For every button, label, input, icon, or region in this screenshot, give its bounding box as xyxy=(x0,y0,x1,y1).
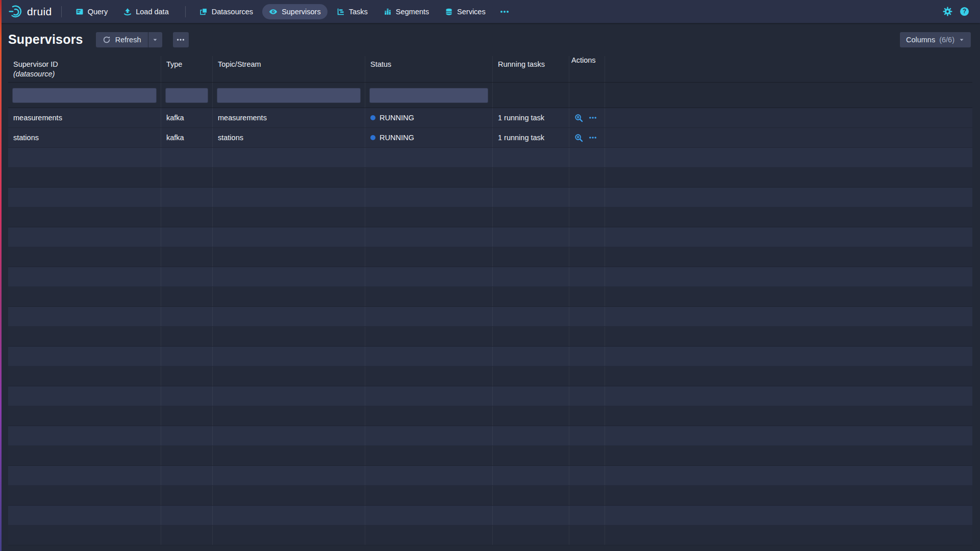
empty-cell xyxy=(493,327,569,346)
columns-count: (6/6) xyxy=(939,36,954,44)
column-header-type[interactable]: Type xyxy=(161,56,213,82)
empty-cell xyxy=(569,207,605,227)
empty-cell xyxy=(365,247,493,267)
empty-cell xyxy=(213,347,365,366)
empty-table-row xyxy=(8,347,972,366)
empty-cell xyxy=(493,247,569,267)
empty-cell xyxy=(493,466,569,485)
column-header-running-tasks[interactable]: Running tasks xyxy=(493,56,569,82)
more-icon xyxy=(589,114,597,122)
empty-cell xyxy=(161,327,213,346)
columns-button[interactable]: Columns (6/6) xyxy=(900,32,971,47)
empty-cell xyxy=(213,207,365,227)
row-more-actions-button[interactable] xyxy=(586,111,600,125)
empty-cell xyxy=(569,247,605,267)
empty-cell xyxy=(365,347,493,366)
column-header-filler xyxy=(605,56,972,82)
nav-item-query[interactable]: Query xyxy=(69,4,115,19)
empty-cell xyxy=(8,148,161,167)
empty-table-row xyxy=(8,287,972,307)
empty-table-row xyxy=(8,168,972,188)
empty-table-row xyxy=(8,386,972,406)
empty-cell xyxy=(161,386,213,406)
nav-item-segments[interactable]: Segments xyxy=(377,4,436,19)
empty-cell xyxy=(161,287,213,306)
empty-cell xyxy=(569,446,605,465)
refresh-button-group: Refresh xyxy=(96,32,162,47)
chevron-down-icon xyxy=(959,37,965,43)
supervisor-id-filter-input[interactable] xyxy=(12,88,157,103)
help-button[interactable]: ? xyxy=(960,7,969,16)
empty-cell xyxy=(569,506,605,525)
column-header-status[interactable]: Status xyxy=(365,56,493,82)
empty-cell xyxy=(8,406,161,426)
running-tasks-cell: 1 running task xyxy=(493,128,569,147)
empty-cell xyxy=(161,227,213,247)
empty-cell xyxy=(365,526,493,545)
view-details-button[interactable] xyxy=(571,111,586,125)
nav-item-supervisors[interactable]: Supervisors xyxy=(262,4,328,19)
header-more-button[interactable] xyxy=(173,32,189,47)
empty-cell xyxy=(493,506,569,525)
running-status-dot xyxy=(370,115,375,120)
empty-cell xyxy=(569,168,605,187)
empty-cell xyxy=(493,168,569,187)
empty-cell xyxy=(213,247,365,267)
empty-cell xyxy=(213,267,365,286)
empty-table-row xyxy=(8,227,972,247)
eye-icon xyxy=(269,8,278,16)
type-filter-input[interactable] xyxy=(165,88,208,103)
column-header-supervisor-id[interactable]: Supervisor ID (datasource) xyxy=(8,56,161,82)
stacked-chart-icon xyxy=(384,8,392,16)
empty-cell xyxy=(161,526,213,545)
refresh-icon xyxy=(103,36,111,44)
empty-cell xyxy=(605,426,972,445)
refresh-label: Refresh xyxy=(115,36,141,44)
nav-item-load-data[interactable]: Load data xyxy=(117,4,175,19)
column-header-sublabel: (datasource) xyxy=(13,70,156,78)
empty-cell xyxy=(365,486,493,505)
empty-cell xyxy=(213,386,365,406)
status-filter-input[interactable] xyxy=(369,88,488,103)
svg-text:?: ? xyxy=(963,8,966,15)
empty-table-row xyxy=(8,406,972,426)
empty-cell xyxy=(8,168,161,187)
nav-item-services[interactable]: Services xyxy=(438,4,492,19)
nav-item-tasks[interactable]: Tasks xyxy=(330,4,374,19)
empty-cell xyxy=(493,486,569,505)
empty-cell xyxy=(365,148,493,167)
empty-cell xyxy=(605,307,972,326)
empty-cell xyxy=(569,327,605,346)
brand-wordmark: druid xyxy=(27,6,52,18)
empty-table-row xyxy=(8,366,972,386)
database-icon xyxy=(445,8,453,16)
nav-more-button[interactable] xyxy=(495,4,514,19)
refresh-button[interactable]: Refresh xyxy=(96,32,148,47)
settings-button[interactable] xyxy=(943,7,952,16)
empty-cell xyxy=(605,366,972,386)
empty-cell xyxy=(605,406,972,426)
empty-cell xyxy=(161,466,213,485)
empty-cell xyxy=(8,267,161,286)
empty-cell xyxy=(569,347,605,366)
refresh-interval-button[interactable] xyxy=(148,32,162,47)
topic-stream-filter-input[interactable] xyxy=(217,88,361,103)
nav-item-datasources[interactable]: Datasources xyxy=(193,4,260,19)
page-header: Supervisors Refresh Columns (6/6) xyxy=(0,23,980,56)
column-header-topic-stream[interactable]: Topic/Stream xyxy=(213,56,365,82)
empty-cell xyxy=(493,426,569,445)
empty-cell xyxy=(213,406,365,426)
empty-cell xyxy=(161,307,213,326)
empty-table-row xyxy=(8,506,972,526)
empty-cell xyxy=(605,188,972,207)
empty-cell xyxy=(569,227,605,247)
row-more-actions-button[interactable] xyxy=(586,130,600,145)
empty-table-row xyxy=(8,327,972,347)
empty-cell xyxy=(8,247,161,267)
empty-cell xyxy=(493,267,569,286)
empty-cell xyxy=(8,287,161,306)
view-details-button[interactable] xyxy=(571,130,586,145)
druid-brand[interactable]: druid xyxy=(8,5,52,19)
empty-cell xyxy=(605,267,972,286)
empty-cell xyxy=(213,188,365,207)
